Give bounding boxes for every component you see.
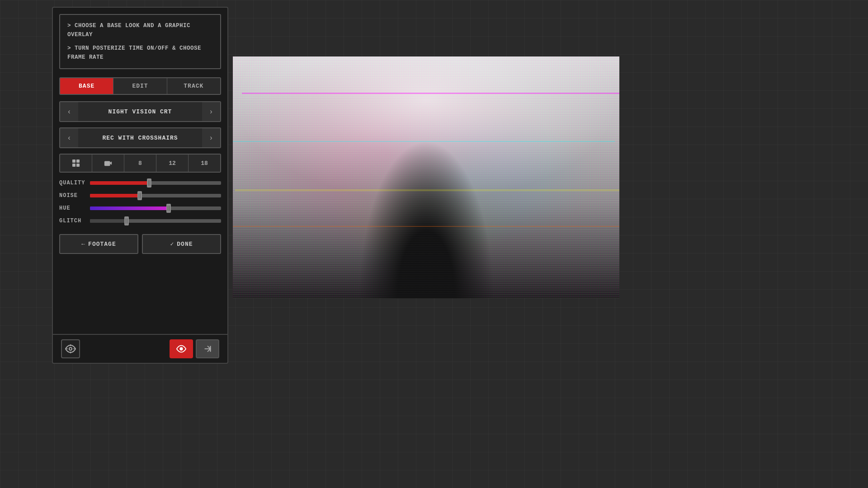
- skip-icon: [203, 344, 212, 354]
- frame-rate-18-button[interactable]: 18: [189, 155, 220, 172]
- svg-rect-1: [76, 160, 80, 163]
- overlay-label: REC WITH CROSSHAIRS: [78, 130, 202, 146]
- noise-fill: [90, 194, 140, 197]
- overlay-selector: ‹ REC WITH CROSSHAIRS ›: [59, 127, 221, 148]
- hue-handle[interactable]: [166, 204, 171, 213]
- footage-label: FOOTAGE: [88, 241, 116, 248]
- frame-rate-12-button[interactable]: 12: [156, 155, 189, 172]
- hue-fill: [90, 206, 169, 210]
- hue-slider-row: HUE: [59, 205, 221, 211]
- svg-rect-2: [72, 164, 75, 167]
- done-button[interactable]: ✓ DONE: [142, 234, 221, 254]
- quality-fill: [90, 181, 149, 185]
- grid-button[interactable]: [60, 155, 92, 172]
- base-look-label: NIGHT VISION CRT: [78, 104, 202, 120]
- overlay-next-button[interactable]: ›: [202, 128, 220, 147]
- svg-rect-3: [76, 164, 80, 167]
- glitch-fill: [90, 219, 127, 223]
- base-look-next-button[interactable]: ›: [202, 102, 220, 121]
- bottom-right-buttons: [170, 339, 219, 358]
- hue-slider[interactable]: [90, 206, 221, 210]
- tabs-row: BASE EDIT TRACK: [59, 77, 221, 95]
- done-check-icon: ✓: [170, 240, 174, 248]
- tab-edit[interactable]: EDIT: [113, 78, 167, 94]
- eye-icon: [65, 343, 76, 354]
- base-look-prev-button[interactable]: ‹: [60, 102, 78, 121]
- quality-slider[interactable]: [90, 181, 221, 185]
- scanlines: [233, 56, 619, 298]
- camera-icon: [104, 159, 112, 167]
- svg-point-6: [69, 347, 72, 350]
- svg-rect-4: [104, 161, 110, 166]
- hue-label: HUE: [59, 205, 85, 211]
- quality-label: QUALITY: [59, 180, 85, 186]
- glitch-display: [233, 56, 619, 298]
- frame-rate-8-button[interactable]: 8: [124, 155, 156, 172]
- glitch-slider-row: GLITCH: [59, 218, 221, 224]
- action-row: ← FOOTAGE ✓ DONE: [59, 234, 221, 254]
- quality-slider-row: QUALITY: [59, 180, 221, 186]
- noise-slider[interactable]: [90, 194, 221, 197]
- camera-button[interactable]: [92, 155, 124, 172]
- play-button[interactable]: [170, 339, 193, 358]
- noise-label: NOISE: [59, 192, 85, 199]
- preview-eye-button[interactable]: [61, 339, 80, 358]
- frame-rate-row: 8 12 18: [59, 154, 221, 173]
- base-look-selector: ‹ NIGHT VISION CRT ›: [59, 101, 221, 122]
- instruction-line-1: > CHOOSE A BASE LOOK AND A GRAPHIC OVERL…: [67, 21, 213, 39]
- instructions-box: > CHOOSE A BASE LOOK AND A GRAPHIC OVERL…: [59, 14, 221, 69]
- tab-track[interactable]: TRACK: [167, 78, 220, 94]
- instruction-line-2: > TURN POSTERIZE TIME ON/OFF & CHOOSE FR…: [67, 44, 213, 62]
- bottom-bar: [53, 334, 227, 363]
- eye-play-icon: [176, 344, 186, 354]
- footage-button[interactable]: ← FOOTAGE: [59, 234, 138, 254]
- svg-marker-5: [110, 161, 112, 164]
- sliders-section: QUALITY NOISE HUE GLITCH: [59, 180, 221, 224]
- done-label: DONE: [177, 241, 193, 248]
- skip-button[interactable]: [196, 339, 219, 358]
- svg-rect-0: [72, 160, 75, 163]
- control-panel: > CHOOSE A BASE LOOK AND A GRAPHIC OVERL…: [52, 7, 228, 364]
- overlay-prev-button[interactable]: ‹: [60, 128, 78, 147]
- footage-arrow-icon: ←: [81, 241, 85, 248]
- grid-icon: [72, 159, 80, 167]
- glitch-label: GLITCH: [59, 218, 85, 224]
- svg-point-11: [180, 347, 183, 350]
- quality-handle[interactable]: [147, 178, 151, 188]
- glitch-slider[interactable]: [90, 219, 221, 223]
- noise-handle[interactable]: [137, 191, 142, 200]
- preview-area: [233, 56, 619, 298]
- tab-base[interactable]: BASE: [60, 78, 113, 94]
- glitch-handle[interactable]: [124, 216, 129, 225]
- noise-slider-row: NOISE: [59, 192, 221, 199]
